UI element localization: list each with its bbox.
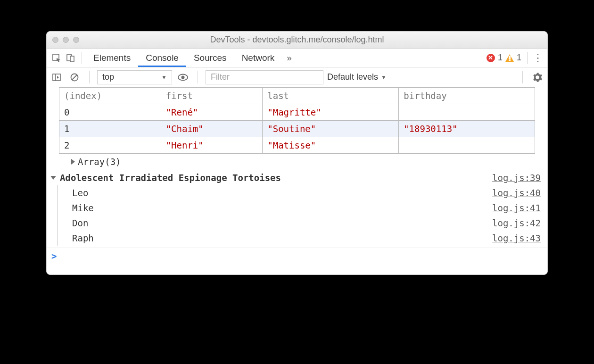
array-summary-row[interactable]: Array(3) [59,154,535,170]
table-row[interactable]: 0 "René" "Magritte" [59,104,535,121]
separator [89,71,90,83]
console-toolbar: top ▼ Default levels ▼ [47,67,547,87]
live-expression-icon[interactable] [176,70,190,84]
console-output: (index) first last birthday 0 "René" "Ma… [47,87,547,274]
log-row[interactable]: Don log.js:42 [47,215,547,231]
data-table: (index) first last birthday 0 "René" "Ma… [59,87,535,154]
svg-line-7 [72,75,77,80]
tab-network[interactable]: Network [234,49,282,67]
source-link[interactable]: log.js:42 [492,218,541,228]
main-tab-bar: Elements Console Sources Network » ✕ 1 1… [47,49,547,67]
group-title: Adolescent Irradiated Espionage Tortoise… [60,173,281,183]
source-link[interactable]: log.js:40 [492,188,541,198]
prompt-glyph: > [51,251,57,261]
chevron-down-icon: ▼ [381,74,387,81]
separator [522,71,523,83]
expand-triangle-icon [71,159,75,165]
zoom-dot[interactable] [73,37,79,43]
console-prompt[interactable]: > [47,248,547,268]
table-row[interactable]: 2 "Henri" "Matisse" [59,137,535,154]
col-birthday[interactable]: birthday [399,88,535,104]
log-row[interactable]: Mike log.js:41 [47,200,547,215]
separator [527,52,528,64]
svg-point-9 [181,75,184,79]
array-summary: Array(3) [78,157,121,167]
context-value: top [102,72,114,82]
table-header-row: (index) first last birthday [59,88,535,104]
toggle-sidebar-icon[interactable] [50,70,64,84]
tab-elements[interactable]: Elements [86,49,138,67]
source-link[interactable]: log.js:43 [492,233,541,243]
source-link[interactable]: log.js:39 [492,173,541,183]
source-link[interactable]: log.js:41 [492,203,541,213]
filter-input[interactable] [206,70,323,84]
clear-console-icon[interactable] [67,70,82,84]
log-message: Don [72,218,88,228]
tab-sources[interactable]: Sources [186,49,234,67]
log-message: Mike [72,203,94,213]
col-last[interactable]: last [263,88,399,104]
devtools-window: DevTools - devtools.glitch.me/console/lo… [46,31,548,275]
inspect-element-icon[interactable] [50,51,64,65]
log-row[interactable]: Leo log.js:40 [47,185,547,200]
minimize-dot[interactable] [63,37,69,43]
console-table: (index) first last birthday 0 "René" "Ma… [47,87,547,170]
col-first[interactable]: first [161,88,263,104]
warning-icon [505,54,514,62]
chevron-down-icon: ▼ [161,74,167,81]
separator [198,71,198,83]
collapse-triangle-icon [50,176,56,180]
warning-count: 1 [517,53,521,63]
window-title: DevTools - devtools.glitch.me/console/lo… [47,35,547,45]
separator [82,52,82,64]
tab-overflow-button[interactable]: » [282,53,297,63]
log-message: Raph [72,233,94,243]
group-header[interactable]: Adolescent Irradiated Espionage Tortoise… [47,170,547,185]
more-menu-icon[interactable]: ⋮ [531,52,544,64]
levels-label: Default levels [327,72,378,82]
console-group: Adolescent Irradiated Espionage Tortoise… [47,170,547,246]
device-toolbar-icon[interactable] [64,51,78,65]
log-levels-selector[interactable]: Default levels ▼ [327,72,387,82]
tab-console[interactable]: Console [138,49,186,67]
context-selector[interactable]: top ▼ [97,70,172,84]
svg-rect-2 [70,56,74,62]
settings-gear-icon[interactable] [530,70,544,84]
svg-marker-5 [57,76,59,79]
error-count: 1 [498,53,503,63]
col-index[interactable]: (index) [59,88,161,104]
error-icon: ✕ [487,54,495,62]
traffic-lights [52,37,79,43]
table-row[interactable]: 1 "Chaim" "Soutine" "18930113" [59,121,535,137]
issue-counters[interactable]: ✕ 1 1 [487,53,523,63]
log-row[interactable]: Raph log.js:43 [47,231,547,246]
titlebar: DevTools - devtools.glitch.me/console/lo… [47,32,547,49]
log-message: Leo [72,188,88,198]
svg-rect-3 [53,74,60,81]
close-dot[interactable] [52,37,58,43]
